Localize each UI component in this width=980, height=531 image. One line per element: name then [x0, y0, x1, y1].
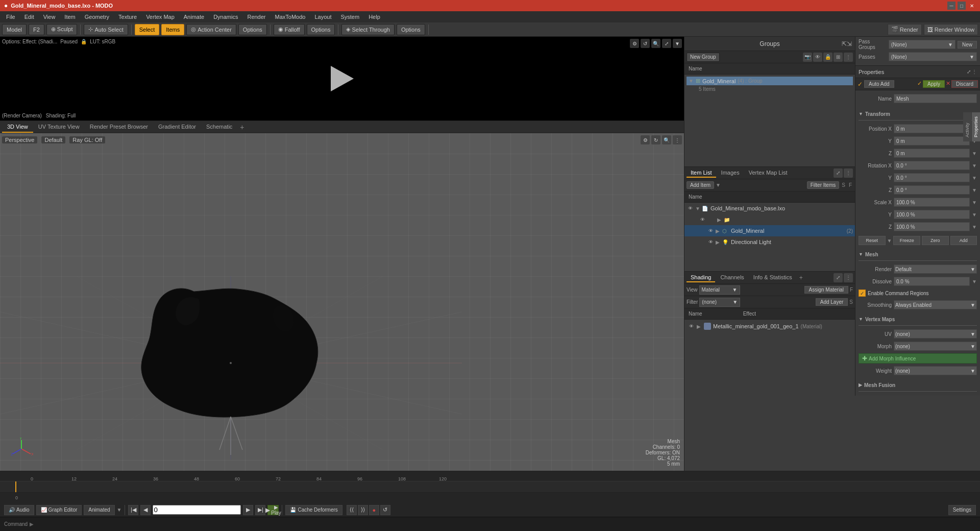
zoom-icon[interactable]: 🔍	[651, 39, 660, 48]
auto-add-btn[interactable]: Auto Add	[864, 80, 894, 88]
command-input[interactable]	[36, 521, 976, 527]
add-btn[interactable]: Add	[950, 236, 977, 245]
smoothing-dropdown[interactable]: Always Enabled ▼	[894, 300, 977, 309]
gold-mineral-row[interactable]: 👁 ▶ ⬡ Gold_Mineral (2)	[684, 225, 855, 236]
freeze-btn[interactable]: Freeze	[893, 236, 920, 245]
play-preview-button[interactable]	[327, 66, 357, 91]
shading-tab[interactable]: Shading	[687, 273, 715, 282]
tab-gradient-editor[interactable]: Gradient Editor	[153, 122, 201, 133]
pos-y-value[interactable]: 0 m	[894, 136, 970, 146]
item-expand-icon[interactable]: ⤢	[834, 168, 843, 178]
menu-maxtomodo[interactable]: MaxToModo	[271, 11, 310, 22]
pos-x-value[interactable]: 0 m	[894, 124, 970, 133]
zero-btn[interactable]: Zero	[922, 236, 949, 245]
cmd-regions-checkbox[interactable]: ✓	[859, 289, 866, 297]
vis-btn-scene[interactable]: 👁	[687, 205, 694, 212]
audio-btn[interactable]: 🔊 Audio	[4, 505, 34, 515]
animated-btn[interactable]: Animated	[84, 505, 114, 515]
next-frame-btn[interactable]: ▶	[243, 505, 253, 515]
frame-start-btn[interactable]: |◀	[128, 505, 138, 515]
empty-item-row[interactable]: 👁 ▶ 📁	[684, 214, 855, 225]
discard-btn[interactable]: Discard	[951, 80, 978, 88]
add-layer-btn[interactable]: Add Layer	[816, 298, 848, 306]
play-btn[interactable]: ▶ ▶ Play	[267, 505, 279, 515]
filter-items-btn[interactable]: Filter Items	[807, 181, 839, 189]
pass-groups-new-btn[interactable]: New	[958, 41, 977, 49]
add-tab-button[interactable]: +	[237, 123, 247, 132]
auto-select-btn[interactable]: ⊹ Auto Select	[84, 24, 128, 35]
menu-texture[interactable]: Texture	[114, 11, 141, 22]
render-dropdown[interactable]: Default ▼	[894, 264, 977, 274]
empty-expand-icon[interactable]: ▶	[717, 217, 722, 223]
vis-btn-gold[interactable]: 👁	[707, 227, 714, 234]
settings-btn[interactable]: Settings	[948, 505, 976, 515]
pos-z-value[interactable]: 0 m	[894, 149, 970, 158]
frame-input[interactable]	[153, 505, 241, 515]
menu-vertex-map[interactable]: Vertex Map	[142, 11, 179, 22]
model-btn[interactable]: Model	[2, 24, 27, 35]
shading-material-row[interactable]: 👁 ▶ Metallic_mineral_gold_001_geo_1 (Mat…	[685, 321, 854, 332]
group-item-gold-mineral[interactable]: ▼ ⊞ Gold_Mineral (4) : Group	[687, 77, 853, 85]
sculpt-btn[interactable]: ⊕ Sculpt	[46, 24, 78, 35]
maximize-button[interactable]: □	[958, 2, 966, 10]
items-btn[interactable]: Items	[161, 24, 184, 35]
menu-render[interactable]: Render	[243, 11, 270, 22]
settings-icon[interactable]: ⚙	[630, 39, 639, 48]
options-btn-2[interactable]: Options	[307, 24, 335, 35]
weight-dropdown[interactable]: (none) ▼	[894, 366, 977, 375]
rot-y-value[interactable]: 0.0 °	[894, 173, 970, 182]
scene-expand-icon[interactable]: ▼	[695, 206, 700, 211]
scale-y-value[interactable]: 100.0 %	[894, 210, 970, 219]
pass-groups-dropdown[interactable]: (None) ▼	[889, 40, 955, 49]
menu-edit[interactable]: Edit	[20, 11, 38, 22]
vis-btn-light[interactable]: 👁	[707, 238, 714, 246]
falloff-btn[interactable]: ◉ Falloff	[274, 24, 305, 35]
viewport-more-icon[interactable]: ⋮	[673, 135, 682, 144]
scale-x-value[interactable]: 100.0 %	[894, 198, 970, 207]
view-material-dropdown[interactable]: Material ▼	[699, 285, 740, 295]
menu-system[interactable]: System	[336, 11, 363, 22]
viewport-3d[interactable]: Perspective Default Ray GL: Off ⚙ ↻ 🔍 ⋮	[0, 133, 684, 471]
tab-3d-view[interactable]: 3D View	[2, 122, 33, 133]
select-btn[interactable]: Select	[135, 24, 160, 35]
action-center-btn[interactable]: ◎ Action Center	[186, 24, 236, 35]
morph-dropdown[interactable]: (none) ▼	[894, 342, 977, 351]
vis-btn-empty[interactable]: 👁	[699, 216, 706, 223]
projection-label[interactable]: Perspective	[2, 136, 37, 143]
menu-dynamics[interactable]: Dynamics	[209, 11, 242, 22]
menu-animate[interactable]: Animate	[180, 11, 208, 22]
shading-expand-icon[interactable]: ⤢	[834, 273, 843, 282]
name-value[interactable]: Mesh	[894, 94, 977, 103]
viewport-orbit-icon[interactable]: ↻	[651, 135, 660, 144]
style-label[interactable]: Default	[41, 136, 65, 143]
item-list-tab[interactable]: Item List	[687, 168, 716, 178]
tab-render-preset[interactable]: Render Preset Browser	[85, 122, 153, 133]
scale-z-value[interactable]: 100.0 %	[894, 222, 970, 231]
transport-1-btn[interactable]: ⟨⟨	[347, 505, 357, 515]
cache-deformers-btn[interactable]: 💾 Cache Deformers	[285, 505, 342, 515]
groups-vis-icon[interactable]: 👁	[813, 53, 822, 62]
rot-z-value[interactable]: 0.0 °	[894, 185, 970, 195]
uv-dropdown[interactable]: (none) ▼	[894, 329, 977, 339]
dissolve-slider[interactable]: 0.0 %	[894, 277, 970, 286]
passes-dropdown[interactable]: (None) ▼	[889, 52, 977, 61]
render-window-btn[interactable]: 🖼 Render Window	[924, 24, 978, 35]
info-statistics-tab[interactable]: Info & Statistics	[749, 273, 796, 282]
expand-icon[interactable]: ⤢	[662, 39, 671, 48]
minimize-button[interactable]: ─	[947, 2, 955, 10]
images-tab[interactable]: Images	[717, 168, 744, 178]
group-sub-item[interactable]: 5 Items	[697, 85, 853, 93]
tab-uv-texture[interactable]: UV Texture View	[33, 122, 85, 133]
loop-btn[interactable]: ↺	[380, 505, 390, 515]
viewport-settings-icon[interactable]: ⚙	[641, 135, 650, 144]
record-btn[interactable]: ●	[369, 505, 379, 515]
menu-help[interactable]: Help	[364, 11, 384, 22]
menu-view[interactable]: View	[39, 11, 60, 22]
gold-expand-icon[interactable]: ▶	[716, 228, 721, 234]
shading-expand[interactable]: ▶	[697, 324, 702, 329]
render-mode-label[interactable]: Ray GL: Off	[69, 136, 105, 143]
groups-more-icon[interactable]: ⋮	[844, 53, 853, 62]
prev-frame-btn[interactable]: ◀	[140, 505, 151, 515]
scene-item-row[interactable]: 👁 ▼ 📄 Gold_Mineral_modo_base.lxo	[684, 203, 855, 214]
groups-camera-icon[interactable]: 📷	[803, 53, 812, 62]
